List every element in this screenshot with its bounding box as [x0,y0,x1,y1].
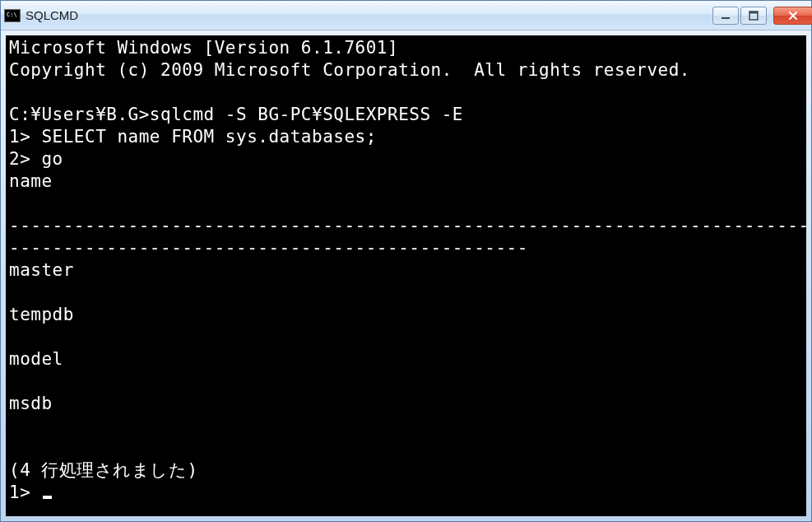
close-button[interactable] [773,7,812,25]
console-line: 1> SELECT name FROM sys.databases; [9,127,377,147]
app-window: SQLCMD Microsoft Windows [Version 6 [0,0,812,522]
console-output[interactable]: Microsoft Windows [Version 6.1.7601] Cop… [6,35,806,516]
maximize-icon [749,11,759,21]
minimize-icon [721,11,731,21]
console-line: tempdb [9,305,74,324]
client-area: Microsoft Windows [Version 6.1.7601] Cop… [1,30,811,521]
console-line: msdb [9,394,53,413]
console-line: master [9,260,74,280]
app-icon [4,9,21,22]
console-line: ----------------------------------------… [9,238,528,258]
console-line: Copyright (c) 2009 Microsoft Corporation… [9,60,690,80]
svg-rect-0 [722,17,730,19]
maximize-button[interactable] [740,7,767,25]
svg-rect-2 [749,12,758,14]
console-line: ----------------------------------------… [9,216,806,235]
console-line: Microsoft Windows [Version 6.1.7601] [9,38,398,58]
console-line: model [9,349,63,369]
window-title: SQLCMD [26,8,78,22]
console-line: 2> go [9,149,63,169]
console-line: C:¥Users¥B.G>sqlcmd -S BG-PC¥SQLEXPRESS … [9,105,463,124]
close-icon [788,11,798,21]
console-line: name [9,171,53,191]
console-line: (4 行処理されました) [9,460,198,480]
titlebar[interactable]: SQLCMD [1,1,811,30]
minimize-button[interactable] [712,7,739,25]
console-prompt: 1> [9,482,41,502]
window-controls [712,7,808,25]
cursor [43,496,52,499]
